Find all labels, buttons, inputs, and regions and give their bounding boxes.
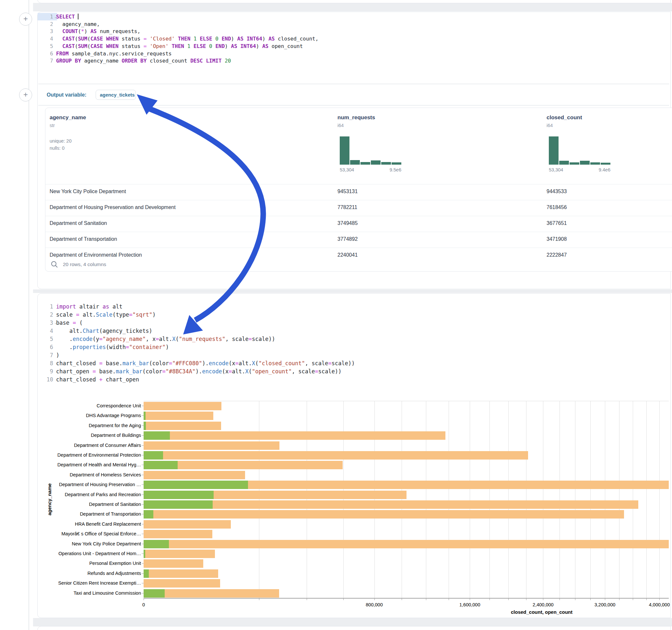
column-header-num-requests[interactable]: num_requests i64 [337,114,375,128]
chart-bar-row [144,431,669,440]
code-line[interactable]: .encode(y="agency_name", x=alt.X("num_re… [56,336,672,342]
table-cell-num-requests: 7782211 [337,204,357,210]
x-axis-tick [575,598,575,600]
table-body: New York City Police Department945313194… [45,184,672,262]
code-line[interactable]: CAST(SUM(CASE WHEN status = 'Closed' THE… [56,35,672,42]
code-line[interactable]: SELECT [56,14,672,20]
table-cell-closed-count: 3471908 [547,236,567,242]
code-line[interactable]: chart_closed + chart_open [56,376,672,383]
bar-open-count [144,451,163,460]
chart-bar-row [144,559,669,568]
bar-closed-count [144,510,624,518]
sql-code-editor[interactable]: 1⌄SELECT 2 agency_name,3 COUNT(*) AS num… [38,13,669,83]
line-number: 3 [38,319,53,326]
column-header-closed-count[interactable]: closed_count i64 [547,114,582,128]
code-line[interactable]: FROM sample_data.nyc.service_requests [56,51,672,57]
chart-bar-row [144,480,669,490]
table-cell-num-requests: 2240041 [337,252,358,258]
y-axis-label: Department of Environmental Protection [54,453,141,458]
table-row[interactable]: New York City Police Department945313194… [45,184,672,200]
y-axis-label: DHS Advantage Programs [54,413,141,418]
code-line[interactable]: chart_open = base.mark_bar(color="#8BC34… [56,368,672,374]
code-line[interactable]: alt.Chart(agency_tickets) [56,328,672,334]
table-cell-agency-name: Department of Environmental Protection [50,252,142,258]
bar-open-count [144,570,149,578]
code-line[interactable]: CAST(SUM(CASE WHEN status = 'Open' THEN … [56,43,672,49]
code-line[interactable]: chart_closed = base.mark_bar(color="#FFC… [56,360,672,366]
column-header-agency-name[interactable]: agency_name str unique: 20 nulls: 0 [50,114,86,151]
table-row[interactable]: Department of Sanitation37494853677651 [45,216,672,232]
x-axis-tick [343,598,344,600]
table-cell-agency-name: Department of Transportation [50,236,117,242]
notebook-page: + + 1⌄SELECT 2 agency_name,3 COUNT(*) AS… [0,0,672,630]
bar-closed-count [144,559,203,568]
y-axis-label: Department of Health and Mental Hyg… [54,462,141,467]
x-axis-tick-label: 3,200,000 [595,602,616,607]
bar-closed-count [144,500,638,509]
y-axis-label: Department of Buildings [54,433,141,438]
line-number: 5 [38,336,53,342]
bar-open-count [144,540,169,548]
x-axis-tick [508,598,509,600]
line-number: 1 [38,303,53,310]
x-axis-tick-label: 1,600,000 [459,602,480,607]
python-code-editor[interactable]: 1import altair as alt2scale = alt.Scale(… [38,303,669,385]
histogram-bar [549,137,558,165]
line-number: 10 [38,376,53,383]
search-icon[interactable] [51,261,58,268]
x-axis-tick [489,598,490,600]
x-axis-tick [375,598,375,600]
chart-bar-row [144,569,669,579]
table-preview-card: agency_name str unique: 20 nulls: 0 num_… [45,107,672,272]
code-line[interactable]: ) [56,352,672,358]
y-axis-label: Department of Consumer Affairs [54,443,141,448]
bar-closed-count [144,570,218,578]
code-line[interactable]: agency_name, [56,21,672,27]
histogram-bar [350,160,360,165]
line-number: 8 [38,360,53,366]
table-cell-num-requests: 9453131 [337,189,358,194]
add-cell-button-top[interactable]: + [19,13,32,26]
chart-bar-row [144,421,669,431]
chart-y-axis-title: agency_name [47,483,52,515]
code-line[interactable]: COUNT(*) AS num_requests, [56,28,672,34]
sql-cell-card: 1⌄SELECT 2 agency_name,3 COUNT(*) AS num… [37,12,671,289]
histogram-bar [601,163,610,165]
bar-closed-count [144,471,245,479]
x-axis-tick [402,598,402,600]
table-cell-agency-name: New York City Police Department [50,189,126,194]
y-axis-label: New York City Police Department [54,541,141,547]
x-axis-tick [605,598,605,600]
chart-bar-row [144,509,669,519]
x-axis-tick [619,598,620,600]
histogram-bar [590,162,600,165]
bar-closed-count [144,579,220,587]
x-axis-tick [426,598,426,600]
code-line[interactable]: scale = alt.Scale(type="sqrt") [56,311,672,318]
x-axis-tick [646,598,647,600]
output-variable-chip[interactable]: agency_tickets [96,90,136,100]
line-number: 2 [38,311,53,318]
line-number: 3 [38,28,53,34]
code-line[interactable]: import altair as alt [56,303,672,310]
code-line[interactable]: GROUP BY agency_name ORDER BY closed_cou… [56,58,672,64]
table-cell-num-requests: 3749485 [337,220,358,226]
table-row[interactable]: Department of Housing Preservation and D… [45,200,672,216]
y-axis-label: Department for the Aging [54,423,141,428]
code-line[interactable]: base = ( [56,319,672,326]
bar-open-count [144,491,214,499]
table-cell-closed-count: 3677651 [547,220,567,226]
bar-closed-count [144,412,213,420]
bar-open-count [144,510,153,518]
code-line[interactable]: .properties(width="container") [56,344,672,350]
histogram-num-requests [340,137,401,165]
table-row[interactable]: Department of Transportation377489234719… [45,232,672,248]
line-number: 9 [38,368,53,374]
histogram-bar [381,162,391,165]
y-axis-label: Department of Homeless Services [54,472,141,477]
chart-bar-row [144,539,669,549]
add-cell-button-output[interactable]: + [19,89,32,101]
cell-gap-middle [33,289,672,293]
x-axis-tick [307,598,307,600]
chart-bar-row [144,451,669,460]
